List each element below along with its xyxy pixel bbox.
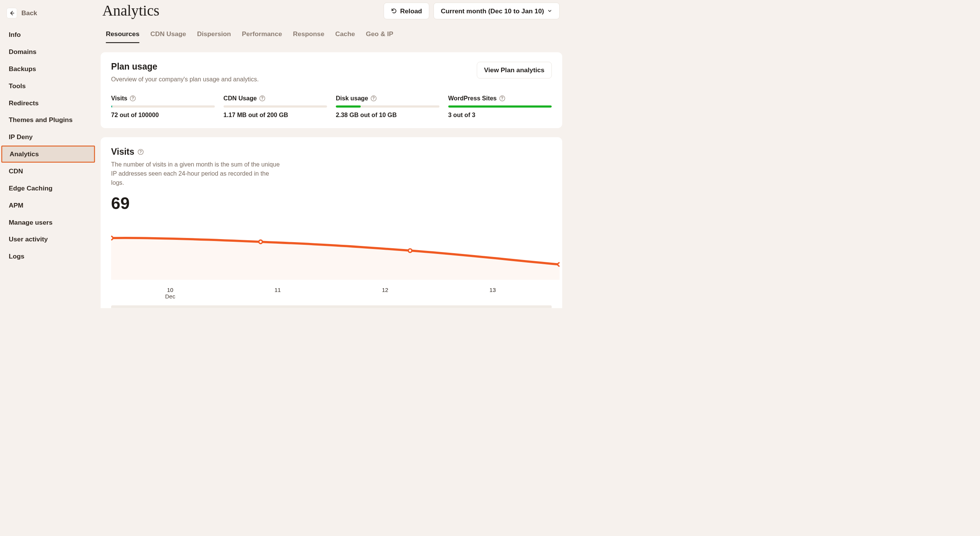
sidebar-item-redirects[interactable]: Redirects bbox=[0, 94, 96, 111]
sidebar-item-backups[interactable]: Backups bbox=[0, 60, 96, 78]
tab-performance[interactable]: Performance bbox=[242, 30, 282, 43]
help-icon[interactable]: ? bbox=[499, 95, 505, 101]
plan-usage-title: Plan usage bbox=[111, 62, 259, 72]
date-range-label: Current month (Dec 10 to Jan 10) bbox=[441, 7, 544, 15]
reload-button[interactable]: Reload bbox=[384, 3, 430, 19]
sidebar-item-analytics[interactable]: Analytics bbox=[1, 146, 95, 163]
metric-value: 2.38 GB out of 10 GB bbox=[336, 111, 439, 118]
sidebar: Back InfoDomainsBackupsToolsRedirectsThe… bbox=[0, 0, 96, 308]
visits-chart: 10Dec111213 bbox=[111, 216, 552, 308]
sidebar-item-edge-caching[interactable]: Edge Caching bbox=[0, 180, 96, 197]
metric-wordpress-sites: WordPress Sites?3 out of 3 bbox=[448, 95, 552, 119]
svg-point-2 bbox=[408, 249, 412, 252]
visits-title: Visits bbox=[111, 147, 134, 157]
progress-bar bbox=[111, 105, 215, 108]
tab-cdn-usage[interactable]: CDN Usage bbox=[150, 30, 186, 43]
metric-value: 72 out of 100000 bbox=[111, 111, 215, 118]
sidebar-item-manage-users[interactable]: Manage users bbox=[0, 214, 96, 231]
x-tick: 13 bbox=[484, 287, 501, 300]
visits-card: Visits ? The number of visits in a given… bbox=[101, 137, 562, 308]
visits-desc-line-2: IP addresses seen each 24-hour period as… bbox=[111, 169, 282, 187]
visits-total: 69 bbox=[111, 194, 552, 213]
x-tick: 10Dec bbox=[161, 287, 179, 300]
help-icon[interactable]: ? bbox=[130, 95, 136, 101]
arrow-left-icon bbox=[9, 10, 15, 16]
help-icon[interactable]: ? bbox=[259, 95, 265, 101]
help-icon[interactable]: ? bbox=[138, 149, 143, 155]
chart-scrollbar[interactable] bbox=[111, 305, 552, 308]
metric-cdn-usage: CDN Usage?1.17 MB out of 200 GB bbox=[223, 95, 327, 119]
plan-usage-card: Plan usage Overview of your company's pl… bbox=[101, 52, 562, 128]
sidebar-item-domains[interactable]: Domains bbox=[0, 43, 96, 60]
sidebar-item-logs[interactable]: Logs bbox=[0, 248, 96, 265]
main-content: Analytics Reload Current month (Dec 10 t… bbox=[96, 0, 563, 308]
progress-bar bbox=[448, 105, 552, 108]
metric-value: 1.17 MB out of 200 GB bbox=[223, 111, 327, 118]
metric-visits: Visits?72 out of 100000 bbox=[111, 95, 215, 119]
chevron-down-icon bbox=[547, 8, 552, 14]
help-icon[interactable]: ? bbox=[371, 95, 377, 101]
metric-label: CDN Usage bbox=[223, 95, 257, 102]
svg-point-1 bbox=[259, 240, 262, 243]
tab-geo-ip[interactable]: Geo & IP bbox=[366, 30, 393, 43]
svg-point-3 bbox=[558, 263, 560, 266]
sidebar-item-apm[interactable]: APM bbox=[0, 197, 96, 214]
date-range-dropdown[interactable]: Current month (Dec 10 to Jan 10) bbox=[434, 3, 560, 19]
view-plan-analytics-button[interactable]: View Plan analytics bbox=[477, 62, 552, 79]
plan-usage-subtitle: Overview of your company's plan usage an… bbox=[111, 75, 259, 84]
back-button[interactable] bbox=[6, 8, 17, 19]
page-title: Analytics bbox=[101, 2, 159, 19]
progress-bar bbox=[223, 105, 327, 108]
back-label: Back bbox=[21, 10, 37, 17]
sidebar-item-cdn[interactable]: CDN bbox=[0, 163, 96, 180]
tab-cache[interactable]: Cache bbox=[335, 30, 355, 43]
x-tick: 12 bbox=[376, 287, 394, 300]
metric-label: Disk usage bbox=[336, 95, 368, 102]
sidebar-item-info[interactable]: Info bbox=[0, 26, 96, 43]
sidebar-item-tools[interactable]: Tools bbox=[0, 78, 96, 95]
sidebar-item-user-activity[interactable]: User activity bbox=[0, 231, 96, 248]
tab-dispersion[interactable]: Dispersion bbox=[197, 30, 231, 43]
metric-label: WordPress Sites bbox=[448, 95, 497, 102]
tabs: ResourcesCDN UsageDispersionPerformanceR… bbox=[101, 30, 564, 43]
reload-label: Reload bbox=[400, 7, 422, 15]
sidebar-item-themes-and-plugins[interactable]: Themes and Plugins bbox=[0, 111, 96, 128]
x-tick: 11 bbox=[269, 287, 286, 300]
view-plan-analytics-label: View Plan analytics bbox=[484, 67, 544, 74]
tab-resources[interactable]: Resources bbox=[106, 30, 139, 43]
visits-desc-line-1: The number of visits in a given month is… bbox=[111, 160, 282, 169]
metric-value: 3 out of 3 bbox=[448, 111, 552, 118]
svg-point-0 bbox=[111, 236, 113, 240]
sidebar-item-ip-deny[interactable]: IP Deny bbox=[0, 128, 96, 146]
metric-label: Visits bbox=[111, 95, 127, 102]
tab-response[interactable]: Response bbox=[293, 30, 324, 43]
reload-icon bbox=[391, 8, 397, 14]
metric-disk-usage: Disk usage?2.38 GB out of 10 GB bbox=[336, 95, 439, 119]
progress-bar bbox=[336, 105, 439, 108]
